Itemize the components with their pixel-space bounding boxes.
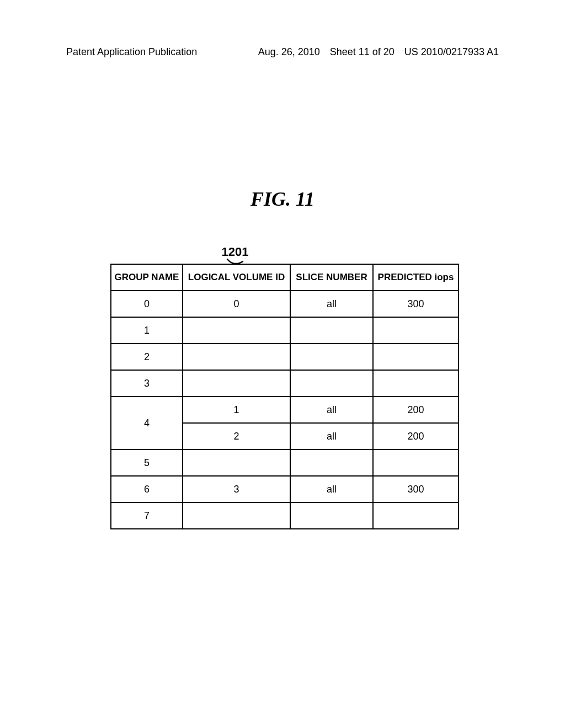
cell-iops: 300 <box>373 291 459 317</box>
table-row: 5 <box>111 449 459 476</box>
cell-slice: all <box>290 423 373 449</box>
cell-slice <box>290 317 373 344</box>
cell-vol <box>183 449 290 476</box>
cell-iops <box>373 344 459 370</box>
table-row: 7 <box>111 502 459 529</box>
cell-iops <box>373 317 459 344</box>
cell-slice <box>290 449 373 476</box>
table-header-row: GROUP NAME LOGICAL VOLUME ID SLICE NUMBE… <box>111 264 459 291</box>
cell-slice: all <box>290 476 373 502</box>
cell-iops <box>373 370 459 397</box>
header-left: Patent Application Publication <box>66 46 197 58</box>
figure-callout: 1201 <box>216 245 254 264</box>
cell-vol <box>183 502 290 529</box>
table-row: 4 1 all 200 <box>111 397 459 423</box>
table-row: 2 <box>111 344 459 370</box>
page-header: Patent Application Publication Aug. 26, … <box>66 46 499 58</box>
cell-group: 7 <box>111 502 183 529</box>
header-sheet: Sheet 11 of 20 <box>330 46 395 58</box>
col-header-volume: LOGICAL VOLUME ID <box>183 264 290 291</box>
cell-group: 0 <box>111 291 183 317</box>
table-row: 0 0 all 300 <box>111 291 459 317</box>
cell-vol: 0 <box>183 291 290 317</box>
cell-group: 6 <box>111 476 183 502</box>
cell-iops: 200 <box>373 397 459 423</box>
header-date: Aug. 26, 2010 <box>258 46 320 58</box>
cell-slice: all <box>290 397 373 423</box>
cell-iops: 200 <box>373 423 459 449</box>
cell-iops: 300 <box>373 476 459 502</box>
cell-slice <box>290 344 373 370</box>
header-pubno: US 2010/0217933 A1 <box>404 46 499 58</box>
cell-group: 5 <box>111 449 183 476</box>
cell-iops <box>373 502 459 529</box>
cell-slice: all <box>290 291 373 317</box>
callout-number: 1201 <box>222 245 249 259</box>
header-right: Aug. 26, 2010 Sheet 11 of 20 US 2010/021… <box>258 46 499 58</box>
cell-vol: 3 <box>183 476 290 502</box>
cell-slice <box>290 502 373 529</box>
cell-group: 1 <box>111 317 183 344</box>
table-row: 6 3 all 300 <box>111 476 459 502</box>
col-header-group: GROUP NAME <box>111 264 183 291</box>
table-row: 1 <box>111 317 459 344</box>
data-table: GROUP NAME LOGICAL VOLUME ID SLICE NUMBE… <box>110 264 459 529</box>
figure-title: FIG. 11 <box>0 188 565 211</box>
cell-group: 4 <box>111 397 183 449</box>
col-header-slice: SLICE NUMBER <box>290 264 373 291</box>
table-row: 3 <box>111 370 459 397</box>
col-header-iops: PREDICTED iops <box>373 264 459 291</box>
cell-slice <box>290 370 373 397</box>
cell-vol: 2 <box>183 423 290 449</box>
cell-iops <box>373 449 459 476</box>
cell-group: 3 <box>111 370 183 397</box>
patent-page: Patent Application Publication Aug. 26, … <box>0 0 565 728</box>
cell-vol <box>183 344 290 370</box>
cell-vol: 1 <box>183 397 290 423</box>
cell-vol <box>183 370 290 397</box>
cell-vol <box>183 317 290 344</box>
data-table-container: GROUP NAME LOGICAL VOLUME ID SLICE NUMBE… <box>110 264 458 529</box>
cell-group: 2 <box>111 344 183 370</box>
